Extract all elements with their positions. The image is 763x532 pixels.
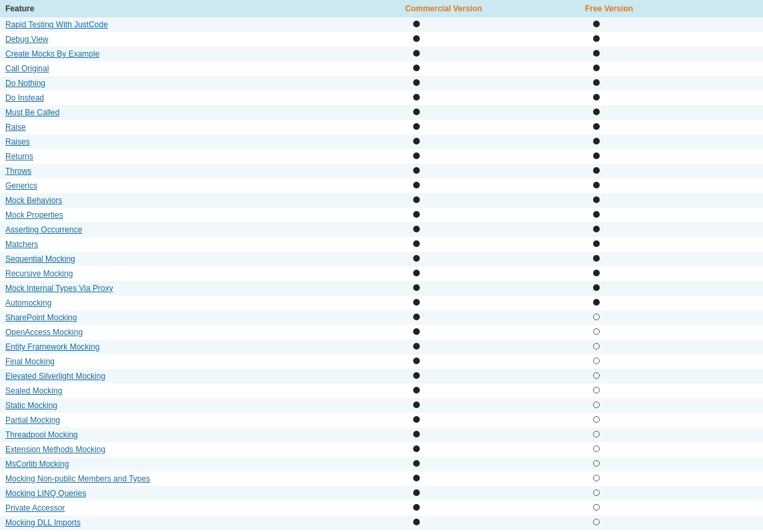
commercial-dot [413, 328, 420, 335]
free-dot [593, 65, 600, 71]
commercial-dot [413, 152, 420, 159]
table-row: Entity Framework Mocking [0, 340, 763, 354]
table-row: Threadpool Mocking [0, 427, 763, 442]
commercial-dot [413, 21, 420, 27]
feature-link[interactable]: Mocking DLL Imports [5, 518, 81, 527]
commercial-dot [413, 138, 420, 144]
free-dot [593, 270, 600, 276]
free-dot [593, 299, 600, 306]
commercial-dot [413, 35, 420, 42]
feature-link[interactable]: Matchers [5, 240, 38, 249]
table-row: Debug View [0, 32, 763, 47]
free-dot [593, 182, 600, 188]
free-dot [593, 387, 600, 394]
feature-link[interactable]: SharePoint Mocking [5, 313, 77, 322]
free-dot [593, 21, 600, 27]
feature-link[interactable]: Generics [5, 181, 37, 190]
feature-link[interactable]: Mocking LINQ Queries [5, 489, 86, 498]
table-row: Returns [0, 149, 763, 164]
feature-link[interactable]: Mock Behaviors [5, 196, 62, 205]
feature-link[interactable]: OpenAccess Mocking [5, 328, 83, 337]
feature-link[interactable]: Final Mocking [5, 357, 55, 366]
commercial-dot [413, 167, 420, 174]
feature-link[interactable]: Rapid Testing With JustCode [5, 20, 108, 29]
commercial-dot [413, 504, 420, 511]
free-dot [593, 416, 600, 423]
feature-link[interactable]: Extension Methods Mocking [5, 445, 105, 454]
table-row: Final Mocking [0, 354, 763, 369]
feature-link[interactable]: Entity Framework Mocking [5, 342, 99, 352]
free-dot [593, 343, 600, 350]
commercial-dot [413, 94, 420, 101]
table-row: Extension Methods Mocking [0, 442, 763, 457]
table-row: Recursive Mocking [0, 266, 763, 281]
feature-link[interactable]: Partial Mocking [5, 415, 60, 425]
feature-link[interactable]: Mocking Non-public Members and Types [5, 474, 150, 483]
free-dot [593, 489, 600, 496]
feature-link[interactable]: Threadpool Mocking [5, 430, 78, 439]
feature-link[interactable]: Returns [5, 152, 33, 161]
feature-link[interactable]: Recursive Mocking [5, 269, 73, 278]
commercial-dot [413, 519, 420, 525]
table-row: Sequential Mocking [0, 252, 763, 266]
free-dot [593, 314, 600, 320]
commercial-dot [413, 460, 420, 467]
feature-link[interactable]: Sequential Mocking [5, 254, 75, 264]
table-row: Mock Behaviors [0, 193, 763, 208]
feature-link[interactable]: Call Original [5, 64, 49, 73]
free-dot [593, 460, 600, 467]
commercial-dot [413, 255, 420, 262]
free-dot [593, 372, 600, 379]
commercial-dot [413, 314, 420, 320]
feature-link[interactable]: Elevated Silverlight Mocking [5, 372, 105, 381]
table-row: Do Nothing [0, 76, 763, 91]
table-row: Rapid Testing With JustCode [0, 17, 763, 32]
free-dot [593, 401, 600, 408]
free-dot [593, 284, 600, 291]
feature-link[interactable]: MsCorlib Mocking [5, 459, 69, 469]
commercial-dot [413, 226, 420, 232]
table-row: Generics [0, 178, 763, 193]
table-row: Sealed Mocking [0, 384, 763, 398]
commercial-dot [413, 445, 420, 452]
free-dot [593, 94, 600, 101]
commercial-dot [413, 240, 420, 247]
feature-link[interactable]: Throws [5, 166, 31, 176]
free-dot [593, 328, 600, 335]
feature-link[interactable]: Sealed Mocking [5, 386, 62, 396]
table-row: Mocking DLL Imports [0, 515, 763, 530]
commercial-dot [413, 372, 420, 379]
commercial-dot [413, 401, 420, 408]
feature-link[interactable]: Must Be Called [5, 108, 59, 117]
commercial-dot [413, 65, 420, 71]
feature-link[interactable]: Static Mocking [5, 401, 57, 410]
feature-link[interactable]: Debug View [5, 35, 49, 44]
free-dot [593, 109, 600, 115]
table-row: Must Be Called [0, 105, 763, 120]
free-dot [593, 123, 600, 130]
free-dot [593, 255, 600, 262]
commercial-dot [413, 79, 420, 86]
free-dot [593, 504, 600, 511]
table-row: Partial Mocking [0, 413, 763, 427]
header-feature: Feature [0, 0, 400, 17]
feature-link[interactable]: Raise [5, 123, 26, 132]
commercial-dot [413, 358, 420, 364]
feature-link[interactable]: Asserting Occurrence [5, 225, 82, 234]
table-row: Do Instead [0, 91, 763, 105]
feature-link[interactable]: Mock Properties [5, 210, 63, 220]
commercial-dot [413, 343, 420, 350]
feature-link[interactable]: Private Accessor [5, 503, 65, 513]
feature-link[interactable]: Do Instead [5, 93, 44, 103]
free-dot [593, 35, 600, 42]
commercial-dot [413, 284, 420, 291]
header-free: Free Version [580, 0, 763, 17]
feature-link[interactable]: Create Mocks By Example [5, 49, 99, 59]
commercial-dot [413, 387, 420, 394]
feature-link[interactable]: Mock Internal Types Via Proxy [5, 284, 113, 293]
feature-link[interactable]: Automocking [5, 298, 51, 308]
feature-link[interactable]: Raises [5, 137, 30, 146]
feature-link[interactable]: Do Nothing [5, 79, 45, 88]
table-row: Static Mocking [0, 398, 763, 413]
commercial-dot [413, 416, 420, 423]
